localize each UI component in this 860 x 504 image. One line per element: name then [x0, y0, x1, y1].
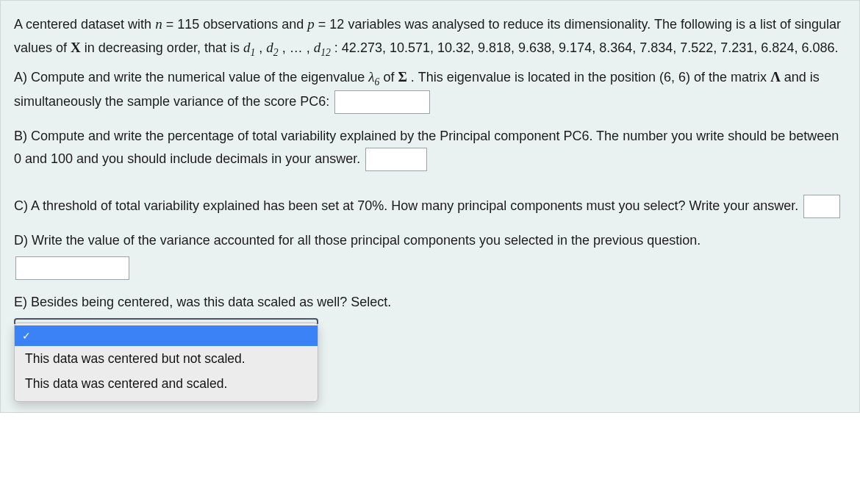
eq: =: [318, 17, 330, 32]
n-value: 115: [177, 17, 199, 32]
part-a-text: of: [383, 70, 398, 84]
intro-paragraph: A centered dataset with n = 115 observat…: [14, 12, 846, 61]
dropdown-option-scaled[interactable]: This data was centered and scaled.: [15, 371, 318, 397]
Lambda-matrix: Λ: [770, 69, 781, 84]
eq: =: [166, 17, 178, 32]
d2: d2: [266, 40, 278, 55]
singular-values-list: : 42.273, 10.571, 10.32, 9.818, 9.638, 9…: [334, 40, 839, 55]
part-d-text: D) Write the value of the variance accou…: [14, 233, 700, 248]
lambda-sub: 6: [375, 76, 380, 87]
part-a-text: . This eigenvalue is located in the posi…: [411, 70, 659, 84]
answer-a-input[interactable]: [334, 90, 430, 114]
d-sym: d: [314, 40, 321, 55]
part-b: B) Compute and write the percentage of t…: [14, 126, 846, 171]
var-p: p: [307, 16, 315, 32]
d1: d1: [243, 40, 255, 55]
part-c: C) A threshold of total variability expl…: [14, 195, 846, 218]
intro-text: observations and: [203, 17, 307, 32]
part-c-text: C) A threshold of total variability expl…: [14, 198, 802, 213]
question-container: A centered dataset with n = 115 observat…: [0, 0, 860, 413]
position: (6, 6): [659, 70, 690, 84]
var-n: n: [155, 16, 162, 32]
d-sym: d: [243, 40, 251, 55]
lambda-sym: λ: [368, 69, 374, 84]
answer-d-input[interactable]: [15, 256, 129, 280]
part-a: A) Compute and write the numerical value…: [14, 65, 846, 114]
check-icon: ✓: [22, 331, 31, 341]
answer-e-dropdown[interactable]: ✓ This data was centered but not scaled.…: [14, 323, 318, 403]
d12: d12: [314, 40, 331, 55]
d-sym: d: [266, 40, 273, 55]
d-sub: 12: [320, 46, 331, 57]
d-sub: 1: [250, 46, 255, 57]
part-a-text: A) Compute and write the numerical value…: [14, 70, 368, 84]
d-sub: 2: [273, 46, 279, 57]
lambda6: λ6: [368, 69, 379, 84]
comma: ,: [259, 40, 266, 55]
dropdown-option-not-scaled[interactable]: This data was centered but not scaled.: [15, 346, 318, 372]
sigma: Σ: [398, 69, 406, 84]
dropdown-option-blank[interactable]: ✓: [15, 325, 318, 346]
part-d-input-row: [14, 256, 846, 280]
matrix-X: X: [71, 40, 81, 55]
p-value: 12: [329, 17, 344, 32]
intro-text: in decreasing order, that is: [85, 40, 243, 55]
intro-text: A centered dataset with: [14, 17, 155, 32]
part-a-text: of the matrix: [694, 70, 770, 84]
answer-c-input[interactable]: [803, 195, 840, 218]
answer-b-input[interactable]: [365, 148, 427, 171]
part-e: E) Besides being centered, was this data…: [14, 292, 846, 314]
comma: , … ,: [282, 40, 314, 55]
part-d: D) Write the value of the variance accou…: [14, 230, 846, 252]
part-e-text: E) Besides being centered, was this data…: [14, 295, 391, 309]
